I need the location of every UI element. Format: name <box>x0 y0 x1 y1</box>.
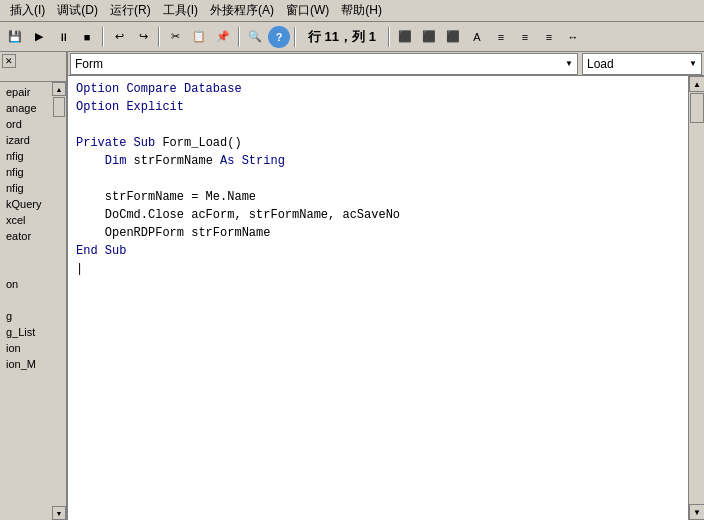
paste-button[interactable]: 📌 <box>212 26 234 48</box>
btn-h[interactable]: ↔ <box>562 26 584 48</box>
menu-run[interactable]: 运行(R) <box>104 0 157 21</box>
menu-insert[interactable]: 插入(I) <box>4 0 51 21</box>
main-container: ✕ epair anage ord izard nfig nfig nfig k… <box>0 52 704 520</box>
code-line-10: End Sub <box>76 242 680 260</box>
code-line-3 <box>76 116 680 134</box>
scroll-down-button[interactable]: ▼ <box>52 506 66 520</box>
load-dropdown[interactable]: Load ▼ <box>582 53 702 75</box>
code-line-2: Option Explicit <box>76 98 680 116</box>
separator-1 <box>102 27 104 47</box>
code-line-7: strFormName = Me.Name <box>76 188 680 206</box>
undo-button[interactable]: ↩ <box>108 26 130 48</box>
cut-button[interactable]: ✂ <box>164 26 186 48</box>
editor-scroll-track <box>689 92 704 504</box>
separator-2 <box>158 27 160 47</box>
btn-d[interactable]: A <box>466 26 488 48</box>
btn-a[interactable]: ⬛ <box>394 26 416 48</box>
left-panel-scrollbar: ▲ ▼ <box>52 82 66 520</box>
separator-3 <box>238 27 240 47</box>
copy-button[interactable]: 📋 <box>188 26 210 48</box>
editor-scroll-thumb[interactable] <box>690 93 704 123</box>
editor-header: Form ▼ Load ▼ <box>68 52 704 76</box>
form-dropdown-arrow: ▼ <box>565 59 573 68</box>
find-button[interactable]: 🔍 <box>244 26 266 48</box>
left-panel: ✕ epair anage ord izard nfig nfig nfig k… <box>0 52 68 520</box>
code-area[interactable]: Option Compare Database Option Explicit … <box>68 76 688 520</box>
editor-scrollbar: ▲ ▼ <box>688 76 704 520</box>
save-button[interactable]: 💾 <box>4 26 26 48</box>
toolbar: 💾 ▶ ⏸ ■ ↩ ↪ ✂ 📋 📌 🔍 ? 行 11，列 1 ⬛ ⬛ ⬛ A ≡… <box>0 22 704 52</box>
cursor-position: 行 11，列 1 <box>300 28 384 46</box>
menu-help[interactable]: 帮助(H) <box>335 0 388 21</box>
separator-5 <box>388 27 390 47</box>
menu-debug[interactable]: 调试(D) <box>51 0 104 21</box>
scroll-track <box>52 96 66 506</box>
form-dropdown-label: Form <box>75 57 103 71</box>
sidebar-close-button[interactable]: ✕ <box>2 54 16 68</box>
load-dropdown-arrow: ▼ <box>689 59 697 68</box>
run-button[interactable]: ▶ <box>28 26 50 48</box>
help-button[interactable]: ? <box>268 26 290 48</box>
load-dropdown-label: Load <box>587 57 614 71</box>
code-line-8: DoCmd.Close acForm, strFormName, acSaveN… <box>76 206 680 224</box>
btn-c[interactable]: ⬛ <box>442 26 464 48</box>
editor-scroll-down[interactable]: ▼ <box>689 504 704 520</box>
btn-e[interactable]: ≡ <box>490 26 512 48</box>
editor-wrapper: Option Compare Database Option Explicit … <box>68 76 704 520</box>
separator-4 <box>294 27 296 47</box>
pause-button[interactable]: ⏸ <box>52 26 74 48</box>
stop-button[interactable]: ■ <box>76 26 98 48</box>
scroll-up-button[interactable]: ▲ <box>52 82 66 96</box>
code-line-5: Dim strFormName As String <box>76 152 680 170</box>
form-dropdown[interactable]: Form ▼ <box>70 53 578 75</box>
editor-scroll-up[interactable]: ▲ <box>689 76 704 92</box>
code-line-4: Private Sub Form_Load() <box>76 134 680 152</box>
code-line-9: OpenRDPForm strFormName <box>76 224 680 242</box>
code-line-11 <box>76 260 680 278</box>
code-line-6 <box>76 170 680 188</box>
btn-g[interactable]: ≡ <box>538 26 560 48</box>
scroll-thumb[interactable] <box>53 97 65 117</box>
sidebar-top: ✕ <box>0 52 66 82</box>
menubar: 插入(I) 调试(D) 运行(R) 工具(I) 外接程序(A) 窗口(W) 帮助… <box>0 0 704 22</box>
editor-container: Form ▼ Load ▼ Option Compare Database Op… <box>68 52 704 520</box>
btn-b[interactable]: ⬛ <box>418 26 440 48</box>
redo-button[interactable]: ↪ <box>132 26 154 48</box>
code-line-1: Option Compare Database <box>76 80 680 98</box>
menu-window[interactable]: 窗口(W) <box>280 0 335 21</box>
menu-addins[interactable]: 外接程序(A) <box>204 0 280 21</box>
btn-f[interactable]: ≡ <box>514 26 536 48</box>
menu-tools[interactable]: 工具(I) <box>157 0 204 21</box>
